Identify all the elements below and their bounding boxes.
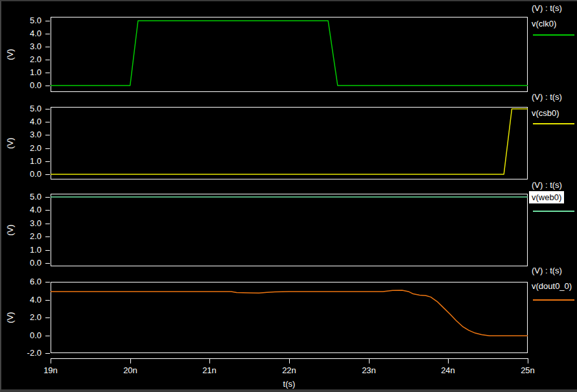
y-tick-label: 2.0 [8, 143, 41, 154]
y-tick [45, 300, 50, 301]
x-tick [130, 358, 131, 363]
y-tick [45, 148, 50, 149]
y-tick [45, 317, 50, 318]
plot-area-web0[interactable] [51, 194, 528, 266]
y-tick-label: 3.0 [8, 130, 41, 140]
legend-axis-header: (V) : t(s) [532, 180, 562, 190]
y-tick-label: 2.0 [8, 54, 41, 65]
x-tick [528, 358, 528, 363]
y-tick [45, 86, 50, 86]
y-tick [45, 353, 50, 354]
signal-name-label-web0[interactable]: v(web0) [529, 191, 564, 203]
x-tick-label: 25n [513, 365, 542, 376]
legend-color-swatch-dout0_0 [533, 299, 574, 301]
x-tick-label: 21n [195, 365, 224, 376]
x-tick-label: 19n [36, 365, 65, 376]
y-tick [45, 73, 50, 73]
y-tick-label: 4.0 [8, 295, 41, 305]
y-tick-label: 6.0 [8, 277, 41, 287]
x-tick-label: 22n [275, 365, 303, 376]
legend-axis-header: (V) : t(s) [532, 266, 562, 275]
y-tick-label: 1.0 [8, 67, 41, 78]
y-tick-label: 0.0 [8, 330, 41, 341]
y-tick [45, 34, 50, 34]
y-tick [45, 47, 50, 47]
y-tick [45, 210, 50, 211]
legend-axis-header: (V) : t(s) [532, 3, 562, 13]
y-tick-label: 1.0 [8, 245, 41, 255]
legend-color-swatch-web0 [533, 211, 574, 212]
y-tick-label: 0.0 [8, 258, 41, 268]
x-tick [51, 358, 51, 363]
x-tick [448, 358, 449, 363]
plot-area-dout0_0[interactable] [51, 282, 528, 353]
y-tick [45, 282, 50, 282]
y-tick-label: 5.0 [8, 16, 41, 26]
signal-name-label-dout0_0[interactable]: v(dout0_0) [532, 281, 572, 291]
y-tick [45, 161, 50, 162]
y-tick [45, 236, 50, 237]
y-tick-label: -2.0 [8, 348, 41, 358]
legend-color-swatch-clk0 [533, 34, 574, 36]
y-tick [45, 109, 50, 110]
y-tick [45, 263, 50, 264]
signal-name-label-clk0[interactable]: v(clk0) [532, 19, 556, 29]
legend-axis-header: (V) : t(s) [532, 92, 562, 102]
x-tick [209, 358, 210, 363]
x-tick [289, 358, 290, 363]
y-tick-label: 0.0 [8, 169, 41, 179]
y-tick [45, 122, 50, 122]
x-axis-title: t(s) [275, 379, 303, 389]
plot-area-csb0[interactable] [51, 107, 528, 179]
waveform-viewer-window: (V) (V) (V) (V) (V) : t(s) (V) : t(s) (V… [0, 0, 577, 392]
y-tick [45, 250, 50, 251]
y-tick-label: 3.0 [8, 41, 41, 52]
y-tick [45, 21, 50, 21]
x-tick-label: 24n [434, 365, 462, 376]
y-tick-label: 5.0 [8, 192, 41, 202]
y-tick [45, 174, 50, 175]
y-tick-label: 2.0 [8, 312, 41, 323]
y-tick-label: 1.0 [8, 156, 41, 167]
y-tick-label: 0.0 [8, 80, 41, 91]
y-tick-label: 4.0 [8, 29, 41, 39]
x-tick-label: 20n [116, 365, 145, 376]
y-tick-label: 4.0 [8, 117, 41, 127]
y-tick-label: 5.0 [8, 104, 41, 114]
y-tick-label: 4.0 [8, 205, 41, 215]
x-tick [369, 358, 370, 363]
y-tick [45, 135, 50, 135]
y-tick-label: 3.0 [8, 218, 41, 229]
signal-name-label-csb0[interactable]: v(csb0) [532, 108, 559, 118]
y-tick [45, 224, 50, 224]
plot-area-clk0[interactable] [51, 17, 528, 92]
y-tick [45, 336, 50, 336]
y-tick [45, 60, 50, 60]
legend-color-swatch-csb0 [533, 123, 574, 124]
x-tick-label: 23n [355, 365, 383, 376]
y-tick [45, 197, 50, 198]
y-tick-label: 2.0 [8, 231, 41, 242]
